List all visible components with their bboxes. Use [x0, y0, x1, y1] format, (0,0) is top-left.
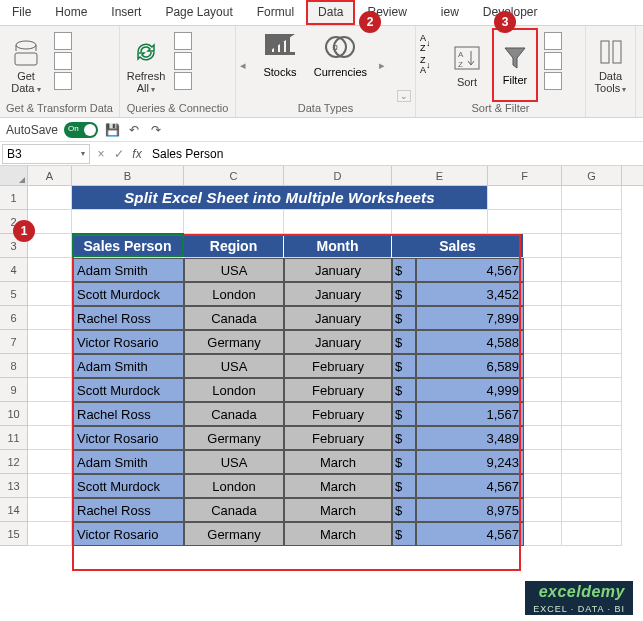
cell[interactable] [284, 210, 392, 234]
cell-currency[interactable]: $ [392, 522, 416, 546]
tab-page-layout[interactable]: Page Layout [153, 0, 244, 25]
data-tools-button[interactable]: Data Tools ▾ [590, 28, 631, 100]
cell[interactable] [524, 354, 562, 378]
cell[interactable] [562, 474, 622, 498]
scroll-right-icon[interactable]: ▸ [379, 59, 385, 72]
row-header[interactable]: 4 [0, 258, 28, 282]
formula-input[interactable]: Sales Person [146, 145, 643, 163]
cell-sales-person[interactable]: Adam Smith [72, 354, 184, 378]
cell-month[interactable]: January [284, 330, 392, 354]
cell-month[interactable]: January [284, 258, 392, 282]
cell[interactable] [488, 210, 562, 234]
cell-sales-person[interactable]: Adam Smith [72, 450, 184, 474]
cell[interactable] [28, 378, 72, 402]
cell-region[interactable]: USA [184, 354, 284, 378]
get-data-button[interactable]: Get Data ▾ [4, 28, 48, 100]
row-header[interactable]: 6 [0, 306, 28, 330]
cell-region[interactable]: USA [184, 450, 284, 474]
cell[interactable] [72, 210, 184, 234]
advanced-filter-icon[interactable] [544, 72, 562, 90]
cell-sales-value[interactable]: 4,567 [416, 258, 524, 282]
cell-currency[interactable]: $ [392, 330, 416, 354]
row-header[interactable]: 12 [0, 450, 28, 474]
cell-sales-value[interactable]: 7,899 [416, 306, 524, 330]
save-icon[interactable]: 💾 [104, 122, 120, 138]
row-header[interactable]: 10 [0, 402, 28, 426]
cell-sales-person[interactable]: Rachel Ross [72, 498, 184, 522]
cell-region[interactable]: Germany [184, 330, 284, 354]
fx-button[interactable]: fx [128, 147, 146, 161]
cell-sales-value[interactable]: 8,975 [416, 498, 524, 522]
cell-month[interactable]: March [284, 450, 392, 474]
cell[interactable] [562, 234, 622, 258]
cell[interactable] [562, 258, 622, 282]
cell-currency[interactable]: $ [392, 402, 416, 426]
cell-region[interactable]: London [184, 474, 284, 498]
cell-currency[interactable]: $ [392, 450, 416, 474]
cell[interactable] [524, 450, 562, 474]
reapply-icon[interactable] [544, 52, 562, 70]
cell-currency[interactable]: $ [392, 378, 416, 402]
cell-month[interactable]: February [284, 354, 392, 378]
table-header[interactable]: Month [284, 234, 392, 258]
from-web-icon[interactable] [54, 52, 72, 70]
row-header[interactable]: 5 [0, 282, 28, 306]
cell-region[interactable]: London [184, 282, 284, 306]
cell-month[interactable]: February [284, 426, 392, 450]
cell-month[interactable]: January [284, 282, 392, 306]
cell[interactable] [28, 258, 72, 282]
row-header[interactable]: 11 [0, 426, 28, 450]
cell[interactable] [28, 522, 72, 546]
cell-sales-value[interactable]: 6,589 [416, 354, 524, 378]
col-header[interactable]: F [488, 166, 562, 185]
cell-sales-person[interactable]: Rachel Ross [72, 402, 184, 426]
undo-icon[interactable]: ↶ [126, 122, 142, 138]
cell[interactable] [28, 234, 72, 258]
col-header[interactable]: C [184, 166, 284, 185]
cell[interactable] [524, 282, 562, 306]
sort-button[interactable]: AZ Sort [448, 28, 486, 100]
cell-currency[interactable]: $ [392, 474, 416, 498]
cell[interactable] [28, 426, 72, 450]
row-header[interactable]: 8 [0, 354, 28, 378]
cell[interactable] [562, 330, 622, 354]
cell-currency[interactable]: $ [392, 282, 416, 306]
enter-icon[interactable]: ✓ [110, 147, 128, 161]
name-box[interactable]: B3 ▾ [2, 144, 90, 164]
cell-sales-value[interactable]: 4,567 [416, 522, 524, 546]
from-text-icon[interactable] [54, 32, 72, 50]
cell-sales-person[interactable]: Scott Murdock [72, 378, 184, 402]
cell-region[interactable]: USA [184, 258, 284, 282]
cell[interactable] [562, 306, 622, 330]
autosave-toggle[interactable]: On [64, 122, 98, 138]
clear-filter-icon[interactable] [544, 32, 562, 50]
cell-currency[interactable]: $ [392, 354, 416, 378]
cell[interactable] [524, 330, 562, 354]
cell-sales-person[interactable]: Adam Smith [72, 258, 184, 282]
cell-sales-value[interactable]: 4,999 [416, 378, 524, 402]
cell-region[interactable]: Germany [184, 426, 284, 450]
cell-currency[interactable]: $ [392, 426, 416, 450]
cell-currency[interactable]: $ [392, 498, 416, 522]
cell[interactable] [562, 282, 622, 306]
cell[interactable] [524, 426, 562, 450]
select-all-triangle[interactable] [0, 166, 28, 185]
sort-desc-button[interactable]: ZA↓ [420, 56, 442, 74]
cell-currency[interactable]: $ [392, 306, 416, 330]
cell[interactable] [488, 186, 562, 210]
row-header[interactable]: 14 [0, 498, 28, 522]
cell[interactable] [184, 210, 284, 234]
scroll-left-icon[interactable]: ◂ [240, 59, 246, 72]
row-header[interactable]: 7 [0, 330, 28, 354]
cell-region[interactable]: London [184, 378, 284, 402]
table-header[interactable]: Sales [392, 234, 524, 258]
cell-sales-value[interactable]: 9,243 [416, 450, 524, 474]
cell[interactable] [28, 402, 72, 426]
table-header[interactable]: Region [184, 234, 284, 258]
tab-home[interactable]: Home [43, 0, 99, 25]
cell[interactable] [28, 282, 72, 306]
cell[interactable] [562, 450, 622, 474]
cell[interactable] [562, 354, 622, 378]
cell-sales-value[interactable]: 4,567 [416, 474, 524, 498]
cell[interactable] [562, 186, 622, 210]
